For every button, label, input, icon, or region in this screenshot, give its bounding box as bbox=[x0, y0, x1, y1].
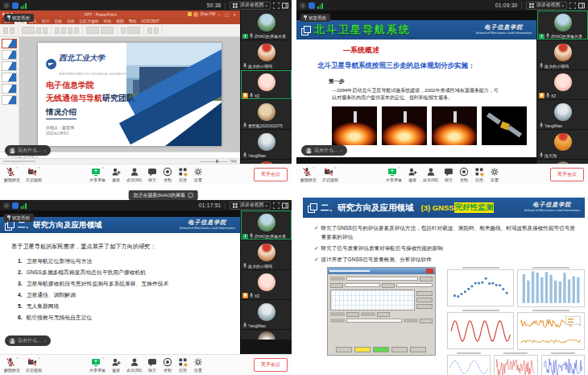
toolbar-chat-button[interactable]: 聊天 bbox=[147, 357, 157, 373]
slide-thumbnail-3[interactable] bbox=[2, 61, 17, 71]
chevron-up-icon[interactable]: ^ bbox=[101, 357, 103, 361]
meeting-protect-icon[interactable] bbox=[12, 202, 19, 209]
toolbar-apps-button[interactable]: 应用 bbox=[178, 357, 188, 373]
ppt-tab-4[interactable]: 设计 bbox=[39, 18, 52, 24]
ppt-tab-8[interactable]: 审阅 bbox=[101, 18, 114, 24]
chevron-up-icon[interactable]: ^ bbox=[16, 357, 18, 361]
window-controls[interactable]: – ▢ × bbox=[217, 12, 238, 17]
record-icon bbox=[459, 167, 469, 177]
slide-thumbnail-4[interactable] bbox=[2, 73, 17, 82]
toolbar-settings-button[interactable]: 设置 bbox=[193, 167, 203, 182]
toolbar-camera-off-button[interactable]: ^开启视频 bbox=[26, 357, 42, 373]
chevron-up-icon[interactable]: ^ bbox=[16, 167, 18, 171]
ppt-tab-6[interactable]: 动画 bbox=[64, 18, 77, 24]
participant-tile[interactable]: 故乡的小喵呜 bbox=[537, 40, 588, 69]
lock-screen-button[interactable]: 锁定画面 bbox=[4, 214, 34, 222]
participant-tile[interactable]: YangMiao bbox=[241, 130, 292, 159]
toolbar-invite-button[interactable]: 邀请 bbox=[111, 357, 121, 373]
meeting-topbar-1: i 59:38 演讲者视图 ▾ bbox=[0, 0, 292, 10]
chevron-up-icon[interactable]: ^ bbox=[38, 357, 39, 361]
ppt-tab-11[interactable]: ACROBAT bbox=[139, 18, 162, 24]
slide-thumbnail-5[interactable] bbox=[2, 84, 17, 94]
slide-thumbnail-panel[interactable] bbox=[0, 37, 19, 152]
chat-quick-bubble[interactable]: 说点什么...< bbox=[5, 145, 51, 156]
toolbar-share-screen-button[interactable]: ^共享屏幕 bbox=[89, 357, 106, 373]
meeting-protect-icon[interactable] bbox=[12, 2, 19, 9]
meeting-info-icon[interactable]: i bbox=[3, 2, 10, 9]
participant-tile[interactable]: 黄野帆2020302075 bbox=[241, 100, 292, 129]
toolbar-members-button[interactable]: 成员(66) bbox=[126, 167, 142, 182]
watching-banner[interactable]: 您正在观看ZHAO的屏幕 bbox=[128, 190, 198, 200]
participant-tile[interactable]: YangMiao bbox=[241, 300, 292, 329]
participant-tile[interactable] bbox=[241, 160, 292, 164]
toolbar-mic-muted-button[interactable]: ^解除静音 bbox=[300, 167, 317, 182]
toolbar-invite-button[interactable]: 邀请 bbox=[111, 167, 121, 182]
toolbar-record-button[interactable]: 录制 bbox=[459, 167, 469, 182]
chevron-up-icon[interactable]: ^ bbox=[334, 167, 336, 171]
meeting-info-icon[interactable]: i bbox=[3, 202, 10, 209]
participant-tile[interactable]: ZHAO的屏幕共享 bbox=[241, 210, 292, 240]
fullscreen-icon[interactable] bbox=[273, 2, 280, 9]
toolbar-settings-button[interactable]: 设置 bbox=[193, 357, 203, 373]
toolbar-record-button[interactable]: 录制 bbox=[163, 357, 172, 373]
toolbar-share-screen-button[interactable]: ^共享屏幕 bbox=[89, 167, 106, 182]
participant-tile[interactable]: 故乡的小喵呜 bbox=[241, 40, 292, 69]
toolbar-chat-button[interactable]: 聊天 bbox=[147, 167, 157, 182]
slide-thumbnail-6[interactable] bbox=[2, 95, 17, 105]
chevron-up-icon[interactable]: ^ bbox=[38, 167, 39, 171]
participant-tile[interactable]: XZ bbox=[241, 270, 292, 299]
participant-tile[interactable] bbox=[537, 160, 588, 164]
toolbar-apps-button[interactable]: 应用 bbox=[474, 167, 484, 182]
participant-tile[interactable]: 徐天翔 bbox=[537, 130, 588, 159]
leave-meeting-button[interactable]: 离开会议 bbox=[550, 168, 584, 181]
toolbar-settings-button[interactable]: 设置 bbox=[490, 167, 499, 182]
participant-tile[interactable]: XZ bbox=[537, 70, 588, 99]
leave-meeting-button[interactable]: 离开会议 bbox=[254, 168, 288, 181]
meeting-info-icon[interactable]: i bbox=[300, 2, 306, 9]
meeting-protect-icon[interactable] bbox=[308, 2, 315, 9]
ppt-tab-9[interactable]: 视图 bbox=[114, 18, 126, 24]
leave-meeting-button[interactable]: 离开会议 bbox=[254, 358, 288, 372]
ppt-account[interactable]: Zhao HW bbox=[188, 12, 215, 17]
toolbar-camera-off-button[interactable]: ^开启视频 bbox=[322, 167, 338, 182]
toolbar-members-button[interactable]: 成员(66) bbox=[423, 167, 438, 182]
toolbar-invite-button[interactable]: 邀请 bbox=[408, 167, 417, 182]
toolbar-members-button[interactable]: 成员(66) bbox=[126, 357, 142, 373]
layout-icon[interactable] bbox=[578, 2, 585, 9]
toolbar-share-screen-button[interactable]: ^共享屏幕 bbox=[386, 167, 402, 182]
toolbar-camera-off-button[interactable]: ^开启视频 bbox=[26, 167, 42, 182]
toolbar-mic-muted-button[interactable]: ^解除静音 bbox=[4, 167, 20, 182]
toolbar-record-button[interactable]: 录制 bbox=[163, 167, 172, 182]
view-mode-selector[interactable]: 演讲者视图 ▾ bbox=[230, 202, 271, 210]
chat-quick-bubble[interactable]: 说点什么...< bbox=[301, 145, 347, 156]
fullscreen-icon[interactable] bbox=[273, 202, 280, 209]
chevron-up-icon[interactable]: ^ bbox=[313, 167, 314, 171]
toolbar-chat-button[interactable]: 聊天 bbox=[444, 167, 453, 182]
participant-tile[interactable]: ZHAO的屏幕共享 bbox=[241, 10, 292, 40]
fullscreen-icon[interactable] bbox=[569, 2, 576, 9]
ppt-tab-5[interactable]: 切换 bbox=[52, 18, 64, 24]
lock-screen-button[interactable]: 锁定画面 bbox=[4, 14, 34, 22]
layout-icon[interactable] bbox=[282, 2, 288, 9]
participant-tile[interactable]: ZHAO的屏幕共享 bbox=[537, 10, 588, 40]
slide-thumbnail-2[interactable] bbox=[2, 50, 17, 60]
participant-tile[interactable]: 故乡的小喵呜 bbox=[241, 240, 292, 269]
slide-thumbnail-1[interactable] bbox=[2, 39, 17, 48]
chevron-up-icon[interactable]: ^ bbox=[398, 167, 400, 171]
ppt-tab-7[interactable]: 幻灯片放映 bbox=[77, 18, 101, 24]
view-mode-selector[interactable]: 演讲者视图 ▾ bbox=[526, 2, 567, 10]
exit-view-icon[interactable] bbox=[188, 193, 193, 198]
participant-tile[interactable]: YangMiao bbox=[537, 100, 588, 129]
toolbar-apps-button[interactable]: 应用 bbox=[178, 167, 188, 182]
zoom-slider[interactable] bbox=[200, 161, 227, 162]
avatar bbox=[554, 161, 572, 164]
chevron-up-icon[interactable]: ^ bbox=[101, 167, 103, 171]
participant-tile[interactable] bbox=[241, 330, 292, 340]
ppt-tab-10[interactable]: 帮助 bbox=[126, 18, 139, 24]
view-mode-selector[interactable]: 演讲者视图 ▾ bbox=[230, 2, 271, 10]
layout-icon[interactable] bbox=[282, 202, 288, 209]
lock-screen-button[interactable]: 锁定画面 bbox=[300, 14, 330, 22]
participant-tile[interactable]: XZ bbox=[241, 70, 292, 99]
chat-quick-bubble[interactable]: 说点什么...< bbox=[5, 335, 51, 346]
toolbar-mic-muted-button[interactable]: ^解除静音 bbox=[4, 357, 20, 373]
